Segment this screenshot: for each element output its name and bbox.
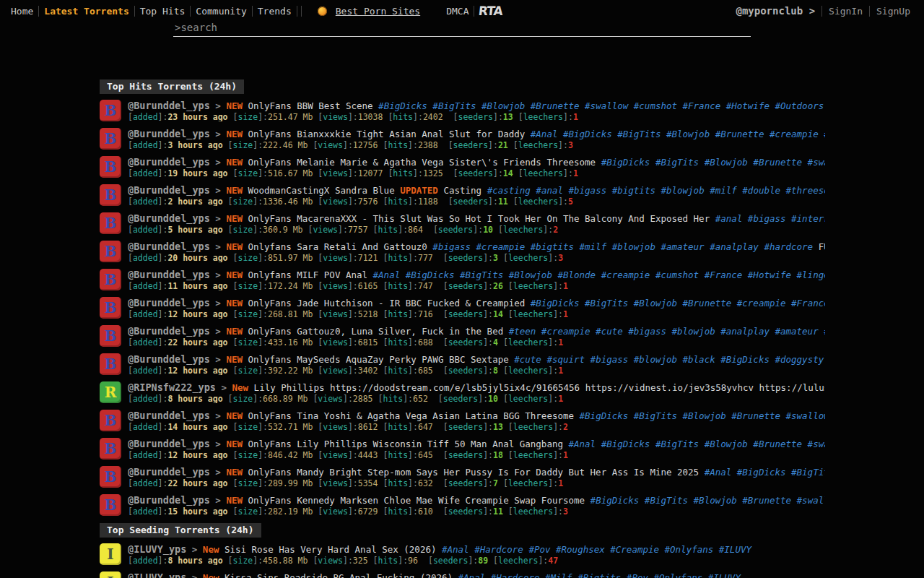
torrent-tags[interactable]: #BigDicks #BigTits #Blowjob #Brunette #s… <box>373 100 825 111</box>
torrent-title-line: @Burunddel_yps > NEW OnlyFans MacarenaXX… <box>128 212 825 224</box>
user-avatar[interactable]: B <box>100 325 121 347</box>
separator-arrow: > <box>210 100 227 111</box>
torrent-tags[interactable]: #BigDicks #BigTits #Blowjob #Brunette #s… <box>585 495 825 506</box>
username-link[interactable]: @Burunddel_yps <box>128 466 210 478</box>
torrent-stats-line: [added]:5 hours ago[size]:360.9 Mb[views… <box>128 225 825 234</box>
user-avatar[interactable]: R <box>100 381 121 403</box>
stat-hits: [hits]:864 <box>373 225 423 234</box>
torrent-title[interactable]: OnlyFans Bianxxxkie Tight Asian Anal Slu… <box>243 129 525 139</box>
torrent-tags[interactable]: #Anal #BigDicks #BigTits … <box>699 467 825 478</box>
torrent-row: B@Burunddel_yps > NEW OnlyFans MacarenaX… <box>100 212 825 234</box>
torrent-stats-line: [added]:12 hours ago[size]:392.22 Mb[vie… <box>128 366 825 375</box>
stat-label-leechers: leechers <box>508 394 548 403</box>
username-link[interactable]: @Burunddel_yps <box>128 297 210 309</box>
torrent-tags[interactable]: #Anal #BigDicks #BigTits #Blowjob #Blond… <box>367 269 825 280</box>
username-link[interactable]: @Burunddel_yps <box>128 494 210 506</box>
user-avatar[interactable]: B <box>100 410 121 431</box>
torrent-title[interactable]: Sisi Rose Has Very Hard Anal Sex (2026) <box>219 544 436 555</box>
user-avatar[interactable]: B <box>100 156 121 178</box>
user-avatar[interactable]: B <box>100 494 121 516</box>
stat-value-added: 8 hours ago <box>167 556 222 565</box>
stat-label-leechers: leechers <box>508 366 548 375</box>
user-avatar[interactable]: B <box>100 184 121 206</box>
torrent-title[interactable]: WoodmanCastingX Sandra Blue <box>243 185 395 196</box>
user-avatar[interactable]: B <box>100 353 121 375</box>
torrent-tags[interactable]: #anal #bigass #interrac… <box>710 213 825 224</box>
torrent-title[interactable]: OnlyFans Mandy Bright Step-mom Says Her … <box>243 467 699 478</box>
torrent-tags[interactable]: #cute #squirt #bigass #blowjob #black #B… <box>509 354 825 365</box>
torrent-title[interactable]: OnlyFans Gattouz0, Luna Silver, Fuck in … <box>243 326 503 337</box>
torrent-tags[interactable]: #BigDicks #BigTits #Blowjob #Brunette #s… <box>574 410 825 421</box>
torrent-row: B@Burunddel_yps > NEW OnlyFans Tina Yosh… <box>100 410 825 431</box>
username-link[interactable]: @Burunddel_yps <box>128 353 210 365</box>
stat-label-added: added <box>133 197 158 206</box>
stat-seeders: [seeders]:11 <box>448 197 508 206</box>
user-avatar[interactable]: B <box>100 241 121 262</box>
torrent-tags[interactable]: #bigass #creampie #bigtits #milf #blowjo… <box>427 241 813 252</box>
user-avatar[interactable]: B <box>100 100 121 121</box>
username-link[interactable]: @Burunddel_yps <box>128 325 210 337</box>
torrent-title[interactable]: OnlyFans Kennedy Marksen Chloe Mae Wife … <box>243 495 585 506</box>
username-link[interactable]: @Burunddel_yps <box>128 184 210 196</box>
user-avatar[interactable]: B <box>100 212 121 234</box>
signup-link[interactable]: SignUp <box>870 6 917 17</box>
stat-value-leechers: 1 <box>558 478 563 488</box>
username-link[interactable]: @Burunddel_yps <box>128 438 210 449</box>
nav-latest-torrents[interactable]: Latest Torrents <box>39 6 134 17</box>
torrent-title[interactable]: OnlyFans Tina Yoshi & Agatha Vega Asian … <box>243 410 574 421</box>
signin-link[interactable]: SignIn <box>822 6 869 17</box>
username-link[interactable]: @Burunddel_yps <box>128 100 210 111</box>
stat-value-added: 12 hours ago <box>167 450 227 460</box>
user-avatar[interactable]: B <box>100 297 121 319</box>
torrent-title[interactable]: OnlyFans MacarenaXXX - This Slut Was So … <box>243 213 710 224</box>
torrent-title-suffix: FULL… <box>813 241 825 252</box>
username-link[interactable]: @Burunddel_yps <box>128 156 210 168</box>
username-link[interactable]: @Burunddel_yps <box>128 128 210 139</box>
stat-hits: [hits]:647 <box>383 422 432 431</box>
torrent-title[interactable]: Casting <box>438 185 481 196</box>
username-link[interactable]: @Burunddel_yps <box>128 212 210 224</box>
username-link[interactable]: @RIPNsfw222_yps <box>128 381 216 393</box>
user-avatar[interactable]: B <box>100 269 121 290</box>
best-porn-sites-link[interactable]: Best Porn Sites <box>331 6 425 17</box>
torrent-title[interactable]: OnlyFans Melanie Marie & Agatha Vega Sis… <box>243 157 596 168</box>
torrent-tags[interactable]: #Anal #Hardcore #Pov #Roughsex #Creampie… <box>436 544 751 555</box>
torrent-tags[interactable]: #casting #anal #bigass #bigtits #blowjob… <box>481 185 825 196</box>
nav-home[interactable]: Home <box>6 6 38 17</box>
user-avatar[interactable]: I <box>100 543 121 565</box>
stat-added: [added]:8 hours ago <box>128 556 223 565</box>
torrent-tags[interactable]: #teen #creampie #cute #bigass #blowjob #… <box>503 326 825 337</box>
username-link[interactable]: @ILUVY_yps <box>128 571 186 578</box>
torrent-title[interactable]: Lily Phillips https://doodstream.com/e/l… <box>248 382 825 393</box>
user-avatar[interactable]: B <box>100 438 121 460</box>
nav-trends[interactable]: Trends <box>253 6 297 17</box>
search-input[interactable] <box>173 20 751 37</box>
torrent-title[interactable]: Kissa Sins Roadside BG Anal Fucking (202… <box>219 572 453 578</box>
nav-top-hits[interactable]: Top Hits <box>135 6 191 17</box>
nav-community[interactable]: Community <box>191 6 251 17</box>
torrent-title[interactable]: OnlyFans BBW Best Scene <box>243 100 373 111</box>
stat-value-added: 22 hours ago <box>167 478 227 488</box>
torrent-title[interactable]: Onlyfans MILF POV Anal <box>243 269 367 280</box>
stat-label-hits: hits <box>388 366 408 375</box>
torrent-tags[interactable]: #Anal #BigDicks #BigTits #Blowjob #Brune… <box>563 439 825 449</box>
torrent-tags[interactable]: #Anal #Hardcore #Milf #Bigtits #Pov #Onl… <box>453 572 741 578</box>
torrent-title[interactable]: OnlyFans Lily Phillips Wisconsin Tiff 50… <box>243 439 563 449</box>
torrent-title[interactable]: Onlyfans Sara Retali And Gattouz0 <box>243 241 427 252</box>
torrent-tags[interactable]: #Anal #BigDicks #BigTits #Blowjob #Brune… <box>525 129 825 139</box>
torrent-tags[interactable]: #BigDicks #BigTits #Blowjob #Brunette #c… <box>525 298 825 309</box>
username-link[interactable]: @Burunddel_yps <box>128 241 210 252</box>
torrent-tags[interactable]: #BigDicks #BigTits #Blowjob #Brunette #s… <box>596 157 825 168</box>
torrent-title-line: @Burunddel_yps > NEW OnlyFans Melanie Ma… <box>128 156 825 168</box>
username-link[interactable]: @Burunddel_yps <box>128 269 210 280</box>
account-menu[interactable]: @mypornclub > <box>736 5 821 17</box>
username-link[interactable]: @Burunddel_yps <box>128 410 210 421</box>
user-avatar[interactable]: B <box>100 466 121 488</box>
username-link[interactable]: @ILUVY_yps <box>128 543 186 555</box>
dmca-link[interactable]: DMCA <box>441 6 474 17</box>
torrent-title[interactable]: Onlyfans MaySeeds AquaZay Perky PAWG BBC… <box>243 354 509 365</box>
user-avatar[interactable]: I <box>100 571 121 578</box>
torrent-title[interactable]: OnlyFans Jade Hutchison - IR BBC Fucked … <box>243 298 525 309</box>
user-avatar[interactable]: B <box>100 128 121 150</box>
stat-size: [size]:668.89 Mb <box>228 394 308 403</box>
